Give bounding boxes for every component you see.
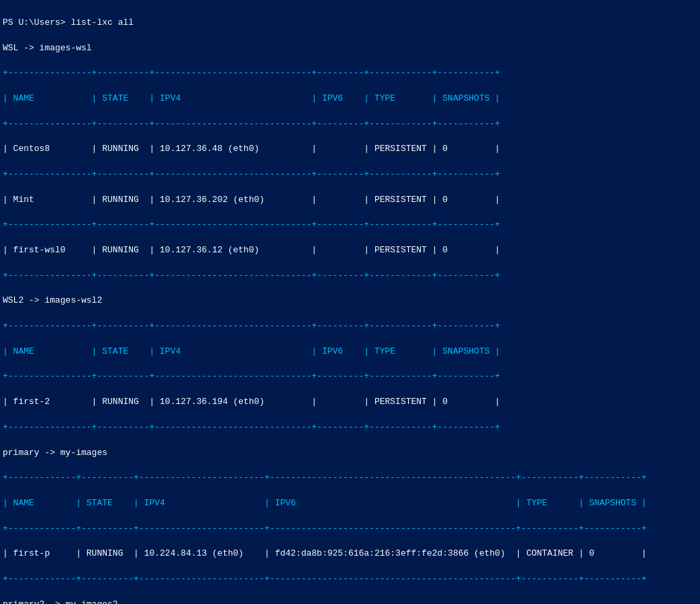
sep3: +----------------+----------+-----------… <box>3 168 697 181</box>
wsl-table-header: | NAME | STATE | IPV4 | IPV6 | TYPE | SN… <box>3 93 697 105</box>
sep4: +----------------+----------+-----------… <box>3 219 697 232</box>
sep1: +----------------+----------+-----------… <box>3 67 697 80</box>
sep5: +----------------+----------+-----------… <box>3 270 697 283</box>
wsl2-section-header: WSL2 -> images-wsl2 <box>3 295 697 307</box>
sep6: +----------------+----------+-----------… <box>3 320 697 333</box>
first-2-row: | first-2 | RUNNING | 10.127.36.194 (eth… <box>3 396 697 409</box>
wsl2-table-header: | NAME | STATE | IPV4 | IPV6 | TYPE | SN… <box>3 346 697 358</box>
sep9: +-------------+----------+--------------… <box>3 472 697 485</box>
wsl-section-header: WSL -> images-wsl <box>3 42 697 55</box>
primary2-section-header: primary2 -> my-images2 <box>3 599 697 604</box>
primary-section-header: primary -> my-images <box>3 447 697 460</box>
mint-row: | Mint | RUNNING | 10.127.36.202 (eth0) … <box>3 194 697 207</box>
primary-table-header: | NAME | STATE | IPV4 | IPV6 | TYPE | SN… <box>3 497 697 510</box>
terminal-output: PS U:\Users> list-lxc all WSL -> images-… <box>0 3 700 604</box>
centos8-row: | Centos8 | RUNNING | 10.127.36.48 (eth0… <box>3 143 697 156</box>
sep7: +----------------+----------+-----------… <box>3 370 697 383</box>
sep2: +----------------+----------+-----------… <box>3 118 697 131</box>
first-p-row: | first-p | RUNNING | 10.224.84.13 (eth0… <box>3 548 697 560</box>
sep8: +----------------+----------+-----------… <box>3 421 697 434</box>
sep10: +-------------+----------+--------------… <box>3 523 697 536</box>
command-line: PS U:\Users> list-lxc all <box>3 17 697 30</box>
sep11: +-------------+----------+--------------… <box>3 573 697 586</box>
first-wsl0-row: | first-wsl0 | RUNNING | 10.127.36.12 (e… <box>3 244 697 257</box>
